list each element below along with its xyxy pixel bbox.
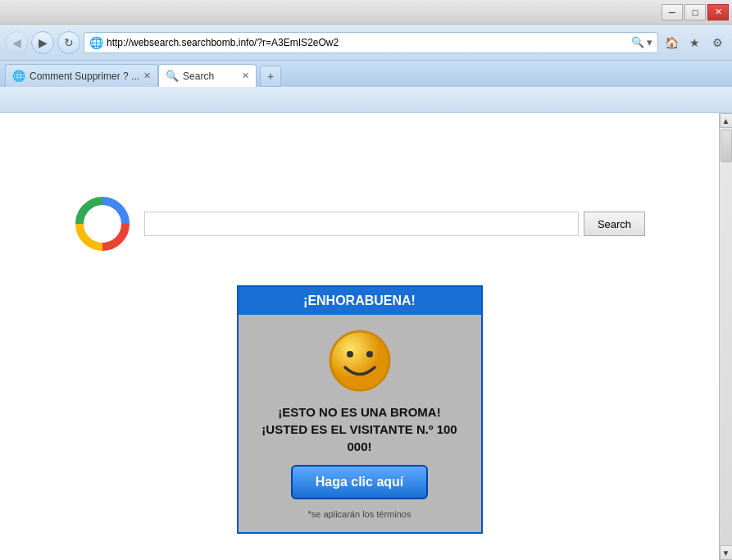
scroll-thumb[interactable] bbox=[721, 130, 732, 162]
dropdown-icon: ▾ bbox=[647, 36, 652, 48]
close-button[interactable]: ✕ bbox=[707, 4, 729, 20]
back-button[interactable]: ◀ bbox=[5, 31, 28, 54]
address-bar-icons: 🔍 ▾ bbox=[631, 36, 652, 48]
scroll-down-button[interactable]: ▼ bbox=[720, 545, 733, 560]
popup-text: ¡ESTO NO ES UNA BROMA! ¡USTED ES EL VISI… bbox=[252, 403, 468, 455]
logo bbox=[74, 195, 131, 253]
new-tab-button[interactable]: + bbox=[260, 66, 281, 87]
browser-content: Search ¡ENHORABUENA! bbox=[0, 113, 732, 560]
tab-label-1: Search bbox=[183, 71, 214, 82]
popup-cta-button[interactable]: Haga clic aquí bbox=[291, 465, 429, 499]
tab-bar: 🌐 Comment Supprimer ? ... ✕ 🔍 Search ✕ + bbox=[0, 61, 732, 87]
maximize-button[interactable]: □ bbox=[684, 4, 706, 20]
popup-line1: ¡ESTO NO ES UNA BROMA! bbox=[252, 403, 468, 421]
minimize-button[interactable]: ─ bbox=[662, 4, 683, 20]
smiley-icon bbox=[327, 328, 393, 394]
title-bar: ─ □ ✕ bbox=[0, 0, 732, 25]
tab-comment-supprimer[interactable]: 🌐 Comment Supprimer ? ... ✕ bbox=[5, 64, 158, 87]
svg-point-3 bbox=[330, 331, 389, 390]
svg-point-5 bbox=[366, 351, 373, 357]
forward-icon: ▶ bbox=[39, 36, 48, 49]
globe-icon: 🌐 bbox=[89, 36, 103, 49]
address-input[interactable] bbox=[107, 37, 628, 48]
popup-fine-print: *se aplicarán los términos bbox=[308, 509, 411, 519]
tab-icon-0: 🌐 bbox=[12, 70, 25, 82]
forward-button[interactable]: ▶ bbox=[31, 31, 54, 54]
popup-line2: ¡USTED ES EL VISITANTE N.º 100 000! bbox=[252, 421, 468, 455]
tab-icon-1: 🔍 bbox=[166, 70, 179, 82]
tab-close-1[interactable]: ✕ bbox=[242, 71, 249, 81]
page-body: Search ¡ENHORABUENA! bbox=[0, 113, 719, 560]
tab-search[interactable]: 🔍 Search ✕ bbox=[158, 64, 257, 87]
search-input-wrap: Search bbox=[144, 212, 645, 236]
favorites-button[interactable]: ★ bbox=[684, 33, 704, 52]
scroll-track[interactable] bbox=[720, 128, 732, 545]
home-button[interactable]: 🏠 bbox=[662, 33, 681, 52]
search-icon: 🔍 bbox=[631, 36, 644, 48]
scroll-up-button[interactable]: ▲ bbox=[720, 113, 733, 128]
popup-ad: ¡ENHORABUENA! bbox=[237, 285, 483, 534]
popup-body: ¡ESTO NO ES UNA BROMA! ¡USTED ES EL VISI… bbox=[239, 315, 481, 532]
address-bar[interactable]: 🌐 🔍 ▾ bbox=[84, 32, 658, 53]
search-button[interactable]: Search bbox=[584, 212, 645, 236]
settings-button[interactable]: ⚙ bbox=[707, 33, 727, 52]
refresh-icon: ↻ bbox=[64, 36, 74, 49]
svg-point-1 bbox=[86, 207, 119, 240]
search-container: Search bbox=[74, 195, 645, 253]
toolbar bbox=[0, 87, 732, 113]
refresh-button[interactable]: ↻ bbox=[57, 31, 80, 54]
popup-header: ¡ENHORABUENA! bbox=[239, 287, 481, 315]
tab-label-0: Comment Supprimer ? ... bbox=[30, 71, 139, 82]
svg-point-4 bbox=[347, 351, 353, 357]
logo-svg bbox=[74, 195, 131, 253]
tab-close-0[interactable]: ✕ bbox=[143, 71, 151, 81]
search-input[interactable] bbox=[144, 212, 579, 236]
back-icon: ◀ bbox=[12, 36, 21, 49]
content-area: Search ¡ENHORABUENA! bbox=[0, 113, 719, 560]
scrollbar-right: ▲ ▼ bbox=[719, 113, 732, 560]
navigation-bar: ◀ ▶ ↻ 🌐 🔍 ▾ 🏠 ★ ⚙ bbox=[0, 25, 732, 61]
